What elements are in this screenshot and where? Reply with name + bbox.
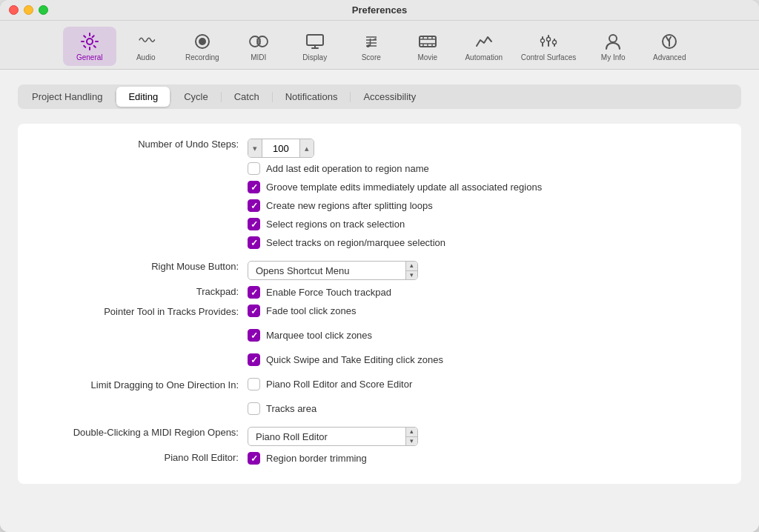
checkbox-row-select-tracks: Select tracks on region/marquee selectio… <box>248 236 719 249</box>
right-mouse-value: Opens Shortcut Menu <box>248 265 405 276</box>
checkbox-piano-roll-score[interactable] <box>248 378 260 390</box>
right-mouse-label: Right Mouse Button: <box>151 261 239 272</box>
undo-increase-button[interactable]: ▴ <box>299 139 314 157</box>
checkbox-label-last-edit: Add last edit operation to region name <box>266 163 429 174</box>
toolbar-label-my-info: My Info <box>601 53 626 61</box>
tab-separator-1 <box>115 92 116 102</box>
undo-steps-label: Number of Undo Steps: <box>138 139 239 150</box>
svg-point-2 <box>199 38 206 45</box>
control-surfaces-icon <box>538 31 559 52</box>
checkbox-force-touch[interactable] <box>248 286 260 299</box>
piano-roll-content: Region border trimming <box>248 452 719 465</box>
checkbox-label-create-new-regions: Create new regions after splitting loops <box>266 200 433 211</box>
toolbar-item-recording[interactable]: Recording <box>176 27 229 66</box>
piano-roll-row: Piano Roll Editor: Region border trimmin… <box>40 452 719 465</box>
svg-point-13 <box>552 41 556 44</box>
checkbox-row-create-new-regions: Create new regions after splitting loops <box>248 199 719 212</box>
checkbox-label-quick-swipe: Quick Swipe and Take Editing click zones <box>266 354 443 365</box>
toolbar-item-advanced[interactable]: Advanced <box>643 27 696 66</box>
toolbar-item-movie[interactable]: Movie <box>401 27 454 66</box>
checkbox-last-edit[interactable] <box>248 162 260 175</box>
toolbar-item-general[interactable]: General <box>63 27 116 66</box>
double-click-up-arrow[interactable]: ▴ <box>406 428 417 437</box>
checkbox-label-select-tracks: Select tracks on region/marquee selectio… <box>266 237 445 248</box>
traffic-lights <box>9 5 48 15</box>
checkbox-region-border[interactable] <box>248 452 260 465</box>
trackpad-row: Trackpad: Enable Force Touch trackpad <box>40 286 719 299</box>
tab-separator-4 <box>272 92 273 102</box>
checkbox-select-regions[interactable] <box>248 218 260 230</box>
automation-icon <box>474 31 494 52</box>
checkbox-groove-template[interactable] <box>248 181 260 193</box>
toolbar-label-score: Score <box>362 53 381 61</box>
advanced-icon <box>659 31 680 52</box>
right-mouse-arrows[interactable]: ▴ ▾ <box>405 262 417 279</box>
checkbox-row-fade-tool: Fade tool click zones <box>248 305 443 317</box>
tab-project-handling[interactable]: Project Handling <box>20 87 114 107</box>
tab-separator-2 <box>170 92 171 102</box>
svg-point-0 <box>87 39 93 44</box>
double-click-value: Piano Roll Editor <box>248 431 405 442</box>
checkbox-tracks-area[interactable] <box>248 402 260 415</box>
checkbox-row-quick-swipe: Quick Swipe and Take Editing click zones <box>248 353 443 366</box>
checkbox-row-last-edit: Add last edit operation to region name <box>248 162 719 175</box>
right-mouse-row: Right Mouse Button: Opens Shortcut Menu … <box>40 261 719 280</box>
checkbox-row-tracks-area: Tracks area <box>248 402 412 415</box>
tab-catch[interactable]: Catch <box>222 87 271 107</box>
close-button[interactable] <box>9 5 19 15</box>
maximize-button[interactable] <box>39 5 48 15</box>
tab-notifications[interactable]: Notifications <box>274 87 350 107</box>
checkbox-row-select-regions: Select regions on track selection <box>248 218 719 230</box>
toolbar-label-display: Display <box>302 53 327 61</box>
tab-editing[interactable]: Editing <box>116 87 170 107</box>
checkbox-fade-tool[interactable] <box>248 305 260 317</box>
toolbar-label-movie: Movie <box>417 53 437 61</box>
svg-point-4 <box>257 36 268 47</box>
title-bar: Preferences <box>0 0 759 21</box>
checkbox-label-select-regions: Select regions on track selection <box>266 219 405 230</box>
dropdown-down-arrow[interactable]: ▾ <box>406 271 417 280</box>
tab-accessibility[interactable]: Accessibility <box>351 87 428 107</box>
force-touch-label: Enable Force Touch trackpad <box>266 287 391 298</box>
limit-drag-options: Piano Roll Editor and Score Editor Track… <box>248 378 412 421</box>
toolbar-item-control-surfaces[interactable]: Control Surfaces <box>514 27 583 66</box>
piano-roll-label: Piano Roll Editor: <box>165 452 239 463</box>
right-mouse-control: Opens Shortcut Menu ▴ ▾ <box>248 261 719 280</box>
my-info-icon <box>603 31 623 52</box>
right-mouse-dropdown[interactable]: Opens Shortcut Menu ▴ ▾ <box>248 261 418 280</box>
double-click-row: Double-Clicking a MIDI Region Opens: Pia… <box>40 427 719 446</box>
toolbar-item-midi[interactable]: MIDI <box>232 27 285 66</box>
double-click-arrows[interactable]: ▴ ▾ <box>405 428 417 445</box>
undo-stepper[interactable]: ▾ 100 ▴ <box>248 139 314 158</box>
double-click-dropdown[interactable]: Piano Roll Editor ▴ ▾ <box>248 427 418 446</box>
toolbar-item-my-info[interactable]: My Info <box>586 27 640 66</box>
movie-icon <box>417 31 438 52</box>
undo-decrease-button[interactable]: ▾ <box>248 139 262 157</box>
undo-steps-control: ▾ 100 ▴ <box>248 139 719 158</box>
toolbar-label-audio: Audio <box>136 53 156 61</box>
tab-cycle[interactable]: Cycle <box>172 87 220 107</box>
toolbar-item-display[interactable]: Display <box>288 27 342 66</box>
checkbox-quick-swipe[interactable] <box>248 353 260 366</box>
display-icon <box>305 31 325 52</box>
toolbar: General Audio Recording MIDI <box>0 21 759 70</box>
tab-separator-5 <box>350 92 351 102</box>
minimize-button[interactable] <box>24 5 33 15</box>
checkbox-label-groove-template: Groove template edits immediately update… <box>266 182 542 193</box>
checkbox-create-new-regions[interactable] <box>248 199 260 212</box>
checkbox-label-fade-tool: Fade tool click zones <box>266 305 356 316</box>
window-title: Preferences <box>352 4 407 16</box>
toolbar-label-control-surfaces: Control Surfaces <box>521 53 576 61</box>
recording-icon <box>192 31 213 52</box>
checkbox-label-marquee-tool: Marquee tool click zones <box>266 330 372 341</box>
toolbar-item-score[interactable]: Score <box>345 27 398 66</box>
toolbar-item-audio[interactable]: Audio <box>119 27 173 66</box>
score-icon <box>361 31 382 52</box>
midi-icon <box>248 31 269 52</box>
toolbar-item-automation[interactable]: Automation <box>457 27 511 66</box>
trackpad-content: Enable Force Touch trackpad <box>248 286 719 299</box>
dropdown-up-arrow[interactable]: ▴ <box>406 262 417 271</box>
checkbox-marquee-tool[interactable] <box>248 329 260 342</box>
checkbox-select-tracks[interactable] <box>248 236 260 249</box>
double-click-down-arrow[interactable]: ▾ <box>406 437 417 446</box>
